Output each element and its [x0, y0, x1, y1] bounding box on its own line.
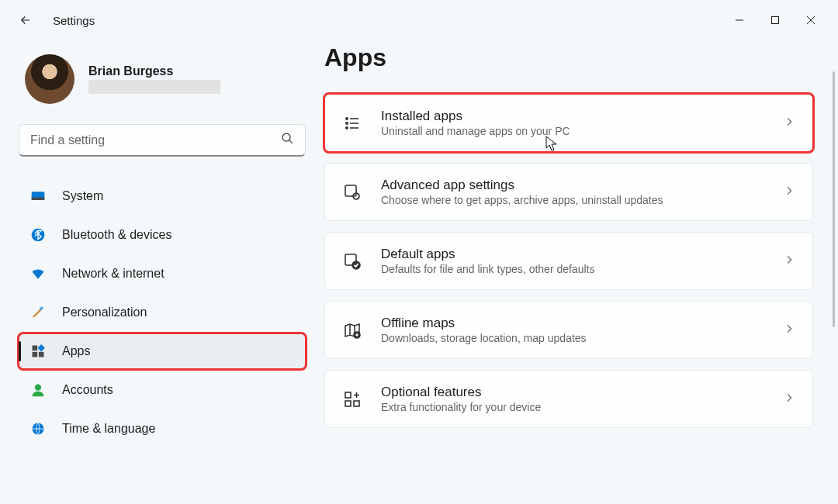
card-title: Installed apps: [381, 109, 764, 124]
card-title: Default apps: [381, 247, 764, 262]
nav-label: Apps: [62, 344, 90, 358]
nav-label: System: [62, 189, 103, 203]
svg-rect-29: [354, 401, 359, 406]
sidebar-item-network[interactable]: Network & internet: [19, 256, 306, 292]
sidebar-item-system[interactable]: System: [19, 178, 306, 214]
nav-list: System Bluetooth & devices Network & int…: [19, 178, 306, 447]
card-title: Offline maps: [381, 316, 764, 331]
search-input[interactable]: [30, 133, 281, 147]
chevron-right-icon: [783, 185, 795, 200]
card-subtitle: Downloads, storage location, map updates: [381, 332, 764, 344]
minimize-button[interactable]: [722, 8, 757, 33]
main-content: Apps Installed apps Uninstall and manage…: [324, 40, 819, 447]
user-name: Brian Burgess: [88, 64, 220, 78]
sidebar-item-apps[interactable]: Apps: [19, 333, 306, 369]
card-subtitle: Defaults for file and link types, other …: [381, 263, 764, 275]
wifi-icon: [29, 265, 47, 282]
user-account-row[interactable]: Brian Burgess: [19, 40, 306, 118]
card-optional-features[interactable]: Optional features Extra functionality fo…: [324, 370, 813, 428]
svg-point-18: [346, 122, 348, 123]
card-installed-apps[interactable]: Installed apps Uninstall and manage apps…: [324, 94, 813, 152]
svg-rect-10: [33, 346, 38, 351]
nav-label: Personalization: [62, 306, 147, 319]
svg-point-20: [346, 126, 348, 128]
sidebar-item-bluetooth[interactable]: Bluetooth & devices: [19, 217, 306, 253]
sidebar-item-personalization[interactable]: Personalization: [19, 295, 306, 330]
apps-grid-icon: [29, 343, 47, 360]
user-email-redacted: [88, 80, 220, 94]
card-subtitle: Uninstall and manage apps on your PC: [381, 125, 764, 137]
nav-label: Accounts: [62, 383, 113, 397]
monitor-icon: [29, 188, 47, 205]
back-arrow-icon[interactable]: [19, 13, 33, 27]
map-download-icon: [342, 320, 362, 340]
scrollbar[interactable]: [833, 71, 835, 498]
close-button[interactable]: [793, 8, 829, 33]
card-default-apps[interactable]: Default apps Defaults for file and link …: [324, 232, 813, 290]
avatar: [25, 54, 74, 104]
person-icon: [29, 381, 47, 399]
nav-label: Bluetooth & devices: [62, 228, 171, 242]
nav-label: Network & internet: [62, 267, 164, 281]
search-box[interactable]: [19, 124, 306, 157]
svg-rect-13: [39, 352, 44, 357]
bluetooth-icon: [29, 226, 47, 243]
svg-point-14: [35, 385, 41, 391]
svg-rect-7: [32, 198, 45, 200]
globe-clock-icon: [29, 420, 47, 437]
svg-line-5: [289, 140, 293, 143]
chevron-right-icon: [783, 323, 795, 338]
card-advanced-app-settings[interactable]: Advanced app settings Choose where to ge…: [324, 163, 813, 221]
svg-rect-11: [37, 344, 44, 351]
card-subtitle: Extra functionality for your device: [381, 401, 764, 413]
card-title: Advanced app settings: [381, 178, 764, 193]
svg-rect-27: [345, 392, 351, 398]
sidebar-item-time-language[interactable]: Time & language: [19, 411, 306, 447]
titlebar: Settings: [0, 0, 838, 40]
sidebar: Brian Burgess System Bluetooth & devi: [19, 40, 306, 447]
chevron-right-icon: [783, 116, 795, 131]
app-gear-icon: [342, 182, 362, 202]
nav-label: Time & language: [62, 422, 155, 436]
svg-rect-28: [345, 401, 351, 406]
app-check-icon: [342, 251, 362, 271]
page-title: Apps: [324, 43, 813, 72]
paintbrush-icon: [29, 304, 47, 321]
app-title: Settings: [53, 14, 95, 27]
maximize-button[interactable]: [757, 8, 793, 33]
card-subtitle: Choose where to get apps, archive apps, …: [381, 194, 764, 206]
svg-point-4: [282, 133, 290, 141]
search-icon: [281, 132, 294, 148]
card-title: Optional features: [381, 385, 764, 400]
sidebar-item-accounts[interactable]: Accounts: [19, 372, 306, 408]
card-offline-maps[interactable]: Offline maps Downloads, storage location…: [324, 301, 813, 359]
grid-plus-icon: [342, 389, 362, 409]
svg-rect-12: [33, 352, 38, 357]
chevron-right-icon: [783, 392, 795, 407]
svg-rect-1: [772, 17, 779, 24]
list-icon: [342, 113, 362, 133]
chevron-right-icon: [783, 254, 795, 269]
svg-point-16: [346, 117, 348, 119]
